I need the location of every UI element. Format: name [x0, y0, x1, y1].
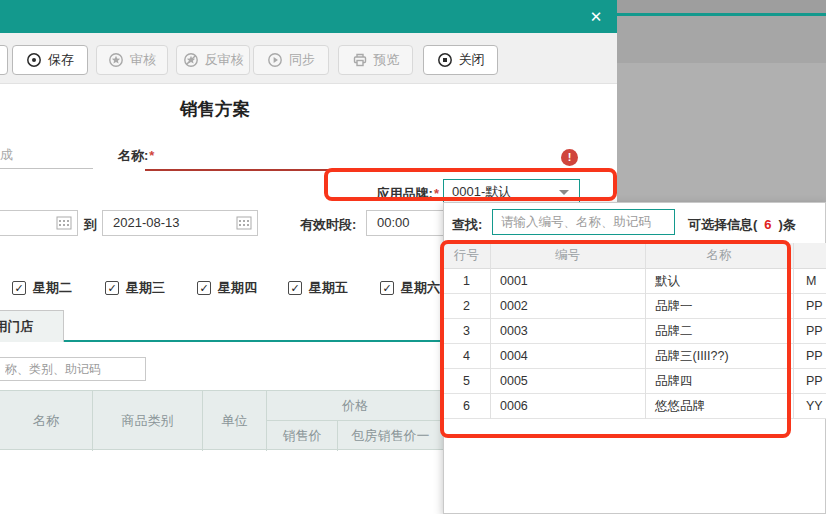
audit-icon	[108, 52, 124, 68]
tab-stores[interactable]: 用门店	[0, 310, 64, 342]
brand-row-2-code[interactable]: 0002	[490, 294, 645, 319]
required-asterisk: *	[149, 148, 154, 163]
brand-row-1-name[interactable]: 默认	[645, 269, 793, 294]
column-header-sale-price[interactable]: 销售价	[267, 421, 338, 451]
unaudit-button-label: 反审核	[205, 51, 244, 69]
brand-row-5-name[interactable]: 品牌四	[645, 369, 793, 394]
checkbox-checked[interactable]: ✓	[380, 281, 394, 295]
brand-row-5-mnemonic[interactable]: PP	[793, 369, 826, 394]
grid-line	[490, 243, 491, 419]
save-icon	[26, 52, 42, 68]
brand-row-6-name[interactable]: 悠悠品牌	[645, 394, 793, 419]
valid-time-value: 00:00	[377, 215, 410, 230]
brand-row-6-code[interactable]: 0006	[490, 394, 645, 419]
brand-row-6-mnemonic[interactable]: YY	[793, 394, 826, 419]
checkbox-checked[interactable]: ✓	[288, 281, 302, 295]
column-header-category[interactable]: 商品类别	[93, 391, 203, 451]
checkbox-checked[interactable]: ✓	[105, 281, 119, 295]
brand-row-2-no[interactable]: 2	[443, 294, 490, 319]
weekday-label: 星期二	[33, 279, 72, 297]
required-asterisk: *	[434, 186, 439, 201]
brand-row-3-code[interactable]: 0003	[490, 319, 645, 344]
page-title: 销售方案	[150, 97, 280, 121]
save-button[interactable]: 保存	[12, 45, 88, 75]
weekday-label: 星期三	[126, 279, 165, 297]
dialog-titlebar: ✕	[0, 0, 617, 33]
brand-col-header-name: 名称	[645, 243, 793, 269]
brand-row-2-name[interactable]: 品牌一	[645, 294, 793, 319]
weekday-wednesday: ✓ 星期三	[105, 279, 165, 297]
calendar-icon[interactable]	[236, 216, 252, 230]
brand-label: 应用品牌:*	[355, 185, 439, 203]
close-button[interactable]: 关闭	[423, 45, 498, 75]
brand-row-5-no[interactable]: 5	[443, 369, 490, 394]
end-date-value: 2021-08-13	[113, 215, 180, 230]
brand-row-4-no[interactable]: 4	[443, 344, 490, 369]
brand-select-value: 0001-默认	[452, 184, 511, 199]
column-header-name[interactable]: 名称	[0, 391, 93, 451]
audit-button[interactable]: 审核	[96, 45, 168, 75]
code-field-underline[interactable]	[0, 168, 93, 169]
brand-row-1-no[interactable]: 1	[443, 269, 490, 294]
find-label: 查找:	[452, 216, 482, 234]
brand-row-5-code[interactable]: 0005	[490, 369, 645, 394]
preview-button[interactable]: 预览	[338, 45, 413, 75]
column-header-room-price[interactable]: 包房销售价一	[338, 421, 443, 451]
brand-row-1-code[interactable]: 0001	[490, 269, 645, 294]
brand-row-2-mnemonic[interactable]: PP	[793, 294, 826, 319]
checkbox-checked[interactable]: ✓	[197, 281, 211, 295]
end-date-input[interactable]: 2021-08-13	[102, 210, 258, 236]
tab-active-underline	[64, 340, 443, 342]
unaudit-button[interactable]: 反审核	[176, 45, 250, 75]
column-header-unit[interactable]: 单位	[203, 391, 267, 451]
product-search-input[interactable]	[0, 357, 146, 381]
dialog-close-icon[interactable]: ✕	[585, 6, 607, 28]
brand-col-header-rowno: 行号	[443, 243, 490, 269]
validation-error-icon: !	[561, 149, 578, 166]
save-button-label: 保存	[48, 51, 74, 69]
weekday-label: 星期六	[401, 279, 440, 297]
brand-row-1-mnemonic[interactable]: M	[793, 269, 826, 294]
name-input[interactable]	[145, 169, 566, 171]
close-button-label: 关闭	[459, 51, 485, 69]
weekday-label: 星期四	[218, 279, 257, 297]
count-number: 6	[757, 217, 778, 232]
valid-time-label: 有效时段:	[300, 216, 356, 234]
audit-button-label: 审核	[130, 51, 156, 69]
brand-find-input[interactable]	[492, 209, 675, 235]
brand-col-header-mnemonic	[793, 243, 826, 269]
sync-button-label: 同步	[289, 51, 315, 69]
close-icon	[437, 52, 453, 68]
brand-row-3-mnemonic[interactable]: PP	[793, 319, 826, 344]
column-header-price-group[interactable]: 价格	[267, 391, 443, 421]
backdrop-top-strip	[617, 0, 826, 13]
partial-button[interactable]	[0, 45, 8, 75]
tab-stores-label: 用门店	[0, 319, 34, 334]
backdrop-lower	[617, 63, 826, 202]
weekday-thursday: ✓ 星期四	[197, 279, 257, 297]
brand-select[interactable]: 0001-默认	[443, 179, 580, 204]
chevron-down-icon	[559, 190, 569, 195]
brand-row-4-code[interactable]: 0004	[490, 344, 645, 369]
brand-row-6-no[interactable]: 6	[443, 394, 490, 419]
product-table-header: 名称 商品类别 单位 价格 销售价 包房销售价一	[0, 390, 443, 450]
sync-button[interactable]: 同步	[253, 45, 329, 75]
brand-row-3-name[interactable]: 品牌二	[645, 319, 793, 344]
unaudit-icon	[183, 52, 199, 68]
brand-row-4-name[interactable]: 品牌三(IIII??)	[645, 344, 793, 369]
name-label: 名称:*	[118, 147, 154, 165]
grid-line	[793, 243, 794, 419]
brand-row-4-mnemonic[interactable]: PP	[793, 344, 826, 369]
preview-icon	[352, 52, 368, 68]
weekday-saturday: ✓ 星期六	[380, 279, 440, 297]
brand-row-3-no[interactable]: 3	[443, 319, 490, 344]
preview-button-label: 预览	[374, 51, 400, 69]
backdrop-upper	[617, 16, 826, 63]
checkbox-checked[interactable]: ✓	[12, 281, 26, 295]
brand-col-header-code: 编号	[490, 243, 645, 269]
date-to-label: 到	[84, 216, 97, 234]
weekday-friday: ✓ 星期五	[288, 279, 348, 297]
code-field-partial-text: 成	[0, 146, 13, 164]
calendar-icon[interactable]	[56, 216, 72, 230]
weekday-label: 星期五	[309, 279, 348, 297]
